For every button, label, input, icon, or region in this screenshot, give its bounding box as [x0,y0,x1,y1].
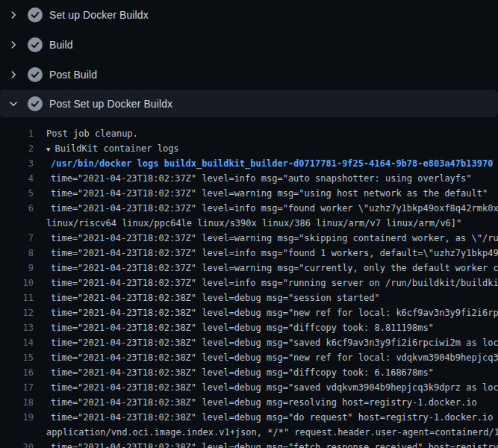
check-circle-icon [28,7,43,22]
log-line-number[interactable]: 18 [0,395,34,410]
step-row-0[interactable]: Set up Docker Buildx [0,0,498,30]
log-line: 3 ▼/usr/bin/docker logs buildx_buildkit_… [0,156,498,171]
log-line: ▼linux/riscv64 linux/ppc64le linux/s390x… [0,216,498,231]
log-line: 17 ▼time="2021-04-23T18:02:38Z" level=de… [0,380,498,395]
log-line: 15 ▼time="2021-04-23T18:02:38Z" level=de… [0,350,498,365]
log-line: 1 ▼Post job cleanup. [0,126,498,141]
log-line-number[interactable]: 4 [0,171,34,186]
log-line-number[interactable]: 2 [0,141,34,156]
log-line: 2 ▼BuildKit container logs [0,141,498,156]
log-line: 8 ▼time="2021-04-23T18:02:37Z" level=inf… [0,246,498,261]
log-line-cell: ▼time="2021-04-23T18:02:38Z" level=debug… [34,380,498,395]
log-line-cell: ▼time="2021-04-23T18:02:37Z" level=warni… [34,231,498,246]
log-line-text: time="2021-04-23T18:02:37Z" level=warnin… [51,263,498,273]
log-line-text: application/vnd.oci.image.index.v1+json,… [46,427,498,438]
log-line-number[interactable]: 20 [0,440,34,448]
step-label: Post Build [49,69,97,81]
log-line-text: BuildKit container logs [55,143,178,154]
check-circle-icon [28,37,43,52]
chevron-right-icon [8,10,19,20]
log-line-text: time="2021-04-23T18:02:38Z" level=debug … [51,397,477,408]
actions-log-panel: Set up Docker Buildx Build Post Buil [0,0,498,448]
log-line-number[interactable]: 6 [0,201,34,216]
log-line: 6 ▼time="2021-04-23T18:02:37Z" level=inf… [0,201,498,216]
log-line-number[interactable]: 8 [0,246,34,261]
log-line-cell: ▼application/vnd.oci.image.index.v1+json… [34,425,498,440]
log-line-number[interactable] [0,216,34,231]
log-line: 5 ▼time="2021-04-23T18:02:37Z" level=war… [0,186,498,201]
log-line-text: time="2021-04-23T18:02:37Z" level=info m… [51,248,498,258]
log-line: 12 ▼time="2021-04-23T18:02:38Z" level=de… [0,305,498,320]
log-line-cell: ▼/usr/bin/docker logs buildx_buildkit_bu… [34,156,498,171]
step-row-2[interactable]: Post Build [0,60,498,90]
log-line-cell: ▼time="2021-04-23T18:02:38Z" level=debug… [34,395,498,410]
log-line-cell: ▼time="2021-04-23T18:02:37Z" level=warni… [34,186,498,201]
log-line-cell: ▼time="2021-04-23T18:02:37Z" level=warni… [34,261,498,276]
log-line-cell: ▼linux/riscv64 linux/ppc64le linux/s390x… [34,216,498,231]
log-line: 9 ▼time="2021-04-23T18:02:37Z" level=war… [0,261,498,276]
log-line-number[interactable]: 19 [0,410,34,425]
log-line: 7 ▼time="2021-04-23T18:02:37Z" level=war… [0,231,498,246]
log-line-cell: ▼time="2021-04-23T18:02:37Z" level=info … [34,171,498,186]
log-line: ▼application/vnd.oci.image.index.v1+json… [0,425,498,440]
log-line-text: time="2021-04-23T18:02:37Z" level=warnin… [51,188,488,199]
log-line-number[interactable]: 13 [0,320,34,335]
chevron-right-icon [8,69,19,80]
step-label: Post Set up Docker Buildx [49,98,172,110]
chevron-right-icon [8,40,19,50]
log-line-number[interactable]: 3 [0,156,34,171]
log-line-text: time="2021-04-23T18:02:38Z" level=debug … [51,442,498,448]
log-line-cell: ▼time="2021-04-23T18:02:38Z" level=debug… [34,365,498,380]
log-line-number[interactable]: 10 [0,276,34,290]
step-row-1[interactable]: Build [0,30,498,60]
log-line-cell: ▼time="2021-04-23T18:02:38Z" level=debug… [34,305,498,320]
check-circle-icon [28,96,43,111]
log-line-text: time="2021-04-23T18:02:37Z" level=info m… [51,173,472,184]
log-line-text: time="2021-04-23T18:02:38Z" level=debug … [51,412,498,423]
log-line-number[interactable]: 1 [0,126,34,141]
log-line-number[interactable]: 9 [0,261,34,276]
check-circle-icon [28,67,43,82]
group-expand-triangle-icon[interactable]: ▼ [46,146,50,153]
log-line: 11 ▼time="2021-04-23T18:02:38Z" level=de… [0,290,498,305]
log-line: 13 ▼time="2021-04-23T18:02:38Z" level=de… [0,320,498,335]
log-line-number[interactable]: 16 [0,365,34,380]
log-line-cell: ▼time="2021-04-23T18:02:38Z" level=debug… [34,320,498,335]
log-line-number[interactable]: 14 [0,335,34,350]
log-line-number[interactable]: 12 [0,305,34,320]
step-label: Build [49,39,73,51]
log-line-cell: ▼time="2021-04-23T18:02:38Z" level=debug… [34,335,498,350]
log-line-text: time="2021-04-23T18:02:38Z" level=debug … [51,293,380,303]
log-line-text: time="2021-04-23T18:02:38Z" level=debug … [51,352,498,363]
log-line: 19 ▼time="2021-04-23T18:02:38Z" level=de… [0,410,498,425]
log-line-cell: ▼time="2021-04-23T18:02:37Z" level=info … [34,246,498,261]
step-label: Set up Docker Buildx [49,9,149,21]
log-line-number[interactable]: 5 [0,186,34,201]
log-line-cell: ▼time="2021-04-23T18:02:37Z" level=info … [34,276,498,290]
log-line-number[interactable]: 17 [0,380,34,395]
log-line: 16 ▼time="2021-04-23T18:02:38Z" level=de… [0,365,498,380]
log-line-number[interactable]: 15 [0,350,34,365]
log-line-cell: ▼time="2021-04-23T18:02:38Z" level=debug… [34,290,498,305]
log-line-text: time="2021-04-23T18:02:38Z" level=debug … [51,337,498,348]
log-line: 18 ▼time="2021-04-23T18:02:38Z" level=de… [0,395,498,410]
log-line-text: linux/riscv64 linux/ppc64le linux/s390x … [46,218,461,228]
log-line-text: /usr/bin/docker logs buildx_buildkit_bui… [51,158,493,169]
log-line-number[interactable] [0,425,34,440]
log-line: 10 ▼time="2021-04-23T18:02:37Z" level=in… [0,276,498,290]
step-row-3[interactable]: Post Set up Docker Buildx [0,90,498,117]
log-line-text: time="2021-04-23T18:02:38Z" level=debug … [51,382,498,393]
log-line-text: time="2021-04-23T18:02:37Z" level=info m… [51,203,498,214]
log-line-text: time="2021-04-23T18:02:38Z" level=debug … [51,323,434,333]
log-line-number[interactable]: 11 [0,290,34,305]
log-line-text: Post job cleanup. [46,128,138,139]
log-line-cell: ▼time="2021-04-23T18:02:38Z" level=debug… [34,350,498,365]
log-line-text: time="2021-04-23T18:02:38Z" level=debug … [51,367,434,378]
log-line: 14 ▼time="2021-04-23T18:02:38Z" level=de… [0,335,498,350]
log-line-text: time="2021-04-23T18:02:37Z" level=warnin… [51,233,498,243]
log-line-cell: ▼time="2021-04-23T18:02:38Z" level=debug… [34,440,498,448]
log-line-number[interactable]: 7 [0,231,34,246]
log-line: 20 ▼time="2021-04-23T18:02:38Z" level=de… [0,440,498,448]
log-line-cell: ▼time="2021-04-23T18:02:38Z" level=debug… [34,410,498,425]
steps-list: Set up Docker Buildx Build Post Buil [0,0,498,117]
